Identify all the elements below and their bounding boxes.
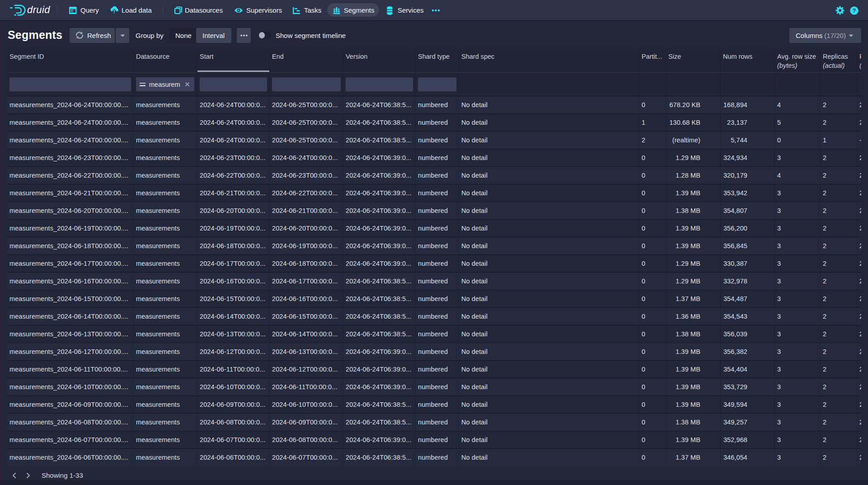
svg-text:?: ? (853, 7, 856, 14)
